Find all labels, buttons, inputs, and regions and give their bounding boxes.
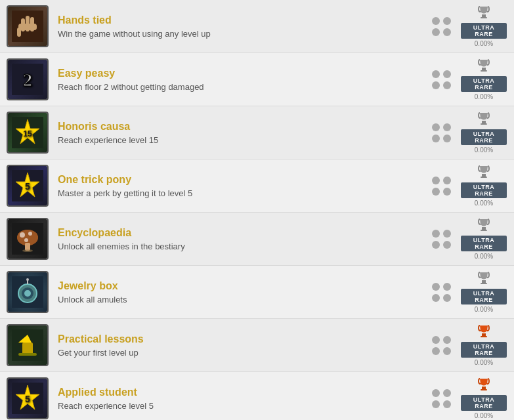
achievement-row-applied-student[interactable]: 5 Applied studentReach experience level … — [0, 372, 514, 420]
achievement-row-easy-peasy[interactable]: 2 Easy peasyReach floor 2 without gettin… — [0, 53, 514, 106]
svg-rect-30 — [482, 227, 486, 230]
svg-rect-20 — [482, 174, 486, 177]
dot — [443, 177, 451, 184]
achievement-title-jewelry-box: Jewelry box — [58, 280, 432, 292]
dot — [432, 123, 440, 131]
rarity-percent-hands-tied: 0.00% — [475, 40, 493, 47]
achievement-row-hands-tied[interactable]: Hands tiedWin the game without using any… — [0, 0, 514, 53]
dot — [432, 283, 440, 291]
svg-text:5: 5 — [25, 394, 30, 404]
dot — [432, 389, 440, 397]
dot — [443, 230, 451, 238]
svg-point-35 — [24, 290, 31, 297]
trophy-icon-encyclopaedia — [478, 218, 490, 234]
rarity-label-jewelry-box: ULTRA RARE — [461, 289, 507, 304]
trophy-icon-jewelry-box — [478, 271, 490, 287]
achievement-dots-hands-tied — [432, 17, 451, 36]
achievement-text-one-trick-pony: One trick ponyMaster a perk by getting i… — [58, 174, 432, 198]
achievement-badge-practical-lessons: ULTRA RARE0.00% — [460, 324, 507, 366]
svg-rect-44 — [482, 333, 486, 336]
dot — [432, 230, 440, 238]
achievement-title-honoris-causa: Honoris causa — [58, 121, 432, 133]
achievement-icon-easy-peasy: 2 — [7, 58, 49, 100]
achievement-row-practical-lessons[interactable]: Practical lessonsGet your first level up… — [0, 319, 514, 372]
svg-point-29 — [22, 249, 33, 252]
dot — [443, 336, 451, 344]
achievement-row-one-trick-pony[interactable]: 5 One trick ponyMaster a perk by getting… — [0, 159, 514, 213]
achievement-title-encyclopaedia: Encyclopaedia — [58, 227, 432, 239]
achievement-row-encyclopaedia[interactable]: EncyclopaediaUnlock all enemies in the b… — [0, 213, 514, 266]
achievement-desc-applied-student: Reach experience level 5 — [58, 401, 432, 411]
dot — [443, 70, 451, 78]
dot — [443, 294, 451, 302]
svg-rect-10 — [482, 68, 486, 70]
rarity-percent-honoris-causa: 0.00% — [475, 146, 493, 154]
svg-text:5: 5 — [25, 181, 30, 192]
svg-rect-43 — [18, 353, 37, 356]
svg-point-27 — [24, 238, 28, 242]
achievement-text-jewelry-box: Jewelry boxUnlock all amulets — [58, 280, 432, 304]
achievement-desc-hands-tied: Win the game without using any level up — [58, 29, 432, 39]
rarity-label-honoris-causa: ULTRA RARE — [461, 129, 507, 145]
dot — [443, 81, 451, 89]
achievement-text-easy-peasy: Easy peasyReach floor 2 without getting … — [58, 68, 432, 92]
achievement-text-applied-student: Applied studentReach experience level 5 — [58, 387, 432, 411]
svg-rect-49 — [482, 387, 486, 389]
achievement-badge-honoris-causa: ULTRA RARE0.00% — [460, 112, 507, 154]
dot — [443, 283, 451, 291]
achievement-dots-honoris-causa — [432, 123, 451, 142]
trophy-icon-one-trick-pony — [478, 165, 490, 181]
dot — [432, 188, 440, 196]
svg-rect-21 — [481, 177, 487, 178]
achievement-badge-easy-peasy: ULTRA RARE0.00% — [460, 58, 507, 100]
rarity-percent-easy-peasy: 0.00% — [475, 93, 493, 100]
dot — [432, 400, 440, 408]
achievement-dots-jewelry-box — [432, 283, 451, 302]
svg-point-26 — [28, 232, 32, 236]
dot — [432, 135, 440, 142]
svg-rect-11 — [481, 70, 487, 72]
achievement-title-applied-student: Applied student — [58, 387, 432, 398]
achievement-desc-practical-lessons: Get your first level up — [58, 348, 432, 358]
trophy-icon-easy-peasy — [478, 58, 490, 75]
achievement-row-jewelry-box[interactable]: Jewelry boxUnlock all amulets ULTRA RARE… — [0, 266, 514, 319]
dot — [443, 389, 451, 397]
achievement-desc-jewelry-box: Unlock all amulets — [58, 295, 432, 304]
rarity-label-practical-lessons: ULTRA RARE — [461, 342, 507, 358]
dot — [432, 347, 440, 355]
svg-rect-6 — [482, 14, 486, 17]
achievement-desc-encyclopaedia: Unlock all enemies in the bestiary — [58, 242, 432, 251]
achievement-title-easy-peasy: Easy peasy — [58, 68, 432, 79]
dot — [432, 294, 440, 302]
svg-point-25 — [20, 232, 25, 238]
rarity-label-encyclopaedia: ULTRA RARE — [461, 236, 507, 251]
achievement-text-honoris-causa: Honoris causaReach experience level 15 — [58, 121, 432, 145]
svg-rect-15 — [482, 121, 486, 123]
svg-text:2: 2 — [23, 70, 32, 90]
rarity-percent-applied-student: 0.00% — [475, 412, 493, 419]
achievement-dots-encyclopaedia — [432, 230, 451, 249]
dot — [432, 81, 440, 89]
achievement-badge-jewelry-box: ULTRA RARE0.00% — [460, 271, 507, 313]
achievement-text-practical-lessons: Practical lessonsGet your first level up — [58, 333, 432, 358]
achievement-icon-jewelry-box — [7, 271, 49, 313]
achievement-icon-honoris-causa: 15 — [7, 112, 49, 154]
achievement-badge-one-trick-pony: ULTRA RARE0.00% — [460, 165, 507, 207]
achievement-row-honoris-causa[interactable]: 15 Honoris causaReach experience level 1… — [0, 106, 514, 159]
achievement-icon-hands-tied — [7, 5, 49, 47]
achievement-badge-applied-student: ULTRA RARE0.00% — [460, 377, 507, 419]
trophy-icon-honoris-causa — [478, 112, 490, 128]
achievement-badge-encyclopaedia: ULTRA RARE0.00% — [460, 218, 507, 260]
achievement-desc-easy-peasy: Reach floor 2 without getting damaged — [58, 82, 432, 92]
achievement-desc-one-trick-pony: Master a perk by getting it to level 5 — [58, 188, 432, 198]
achievement-icon-practical-lessons — [7, 324, 49, 366]
rarity-percent-practical-lessons: 0.00% — [475, 359, 493, 366]
dot — [443, 241, 451, 249]
dot — [432, 177, 440, 184]
rarity-label-one-trick-pony: ULTRA RARE — [461, 182, 507, 198]
achievement-dots-practical-lessons — [432, 336, 451, 355]
dot — [432, 28, 440, 36]
achievement-text-hands-tied: Hands tiedWin the game without using any… — [58, 14, 432, 39]
svg-point-37 — [26, 278, 29, 281]
rarity-percent-jewelry-box: 0.00% — [475, 306, 493, 313]
